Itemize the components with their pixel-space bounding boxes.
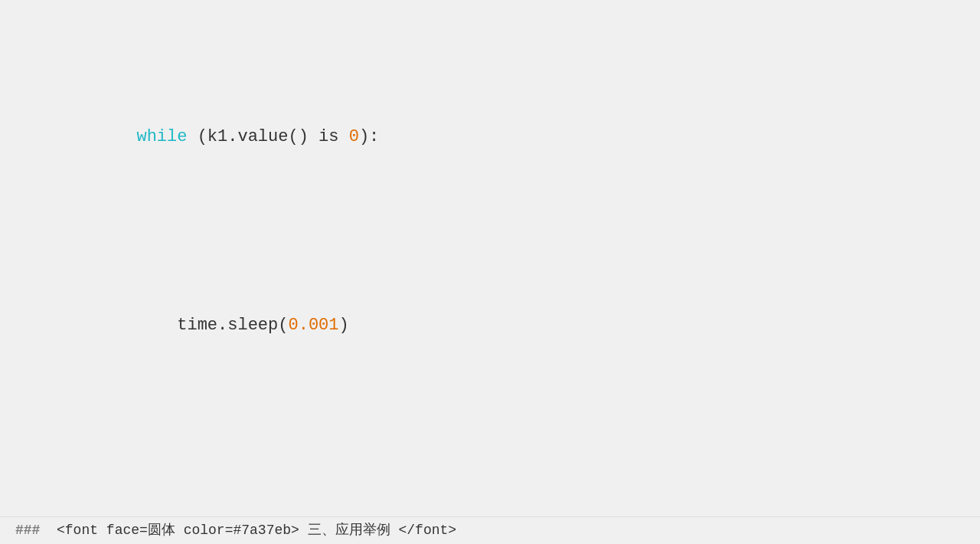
code-line-1: while (k1.value() is 0): bbox=[15, 97, 965, 178]
code-container: while (k1.value() is 0): time.sleep(0.00… bbox=[0, 8, 980, 544]
font-tag-close: </font> bbox=[399, 523, 457, 538]
keyword-while: while bbox=[136, 127, 187, 146]
code-text: ) bbox=[339, 316, 349, 335]
code-text: (k1.value() is bbox=[187, 127, 348, 146]
number-0: 0 bbox=[349, 127, 359, 146]
number-0001: 0.001 bbox=[288, 316, 338, 335]
indent bbox=[56, 316, 177, 335]
hash-text: ### bbox=[15, 523, 40, 538]
bottom-content: ### <font face=圆体 color=#7a37eb> 三、应用举例 … bbox=[15, 519, 456, 542]
bottom-bar: ### <font face=圆体 color=#7a37eb> 三、应用举例 … bbox=[0, 516, 980, 544]
indent bbox=[56, 127, 137, 146]
font-tag-open: <font face=圆体 color=#7a37eb> bbox=[48, 523, 299, 538]
code-line-blank1 bbox=[15, 474, 965, 500]
code-text: ): bbox=[359, 127, 379, 146]
code-text: time.sleep( bbox=[177, 316, 288, 335]
section-label: 三、应用举例 bbox=[308, 523, 390, 538]
code-line-2: time.sleep(0.001) bbox=[15, 285, 965, 366]
